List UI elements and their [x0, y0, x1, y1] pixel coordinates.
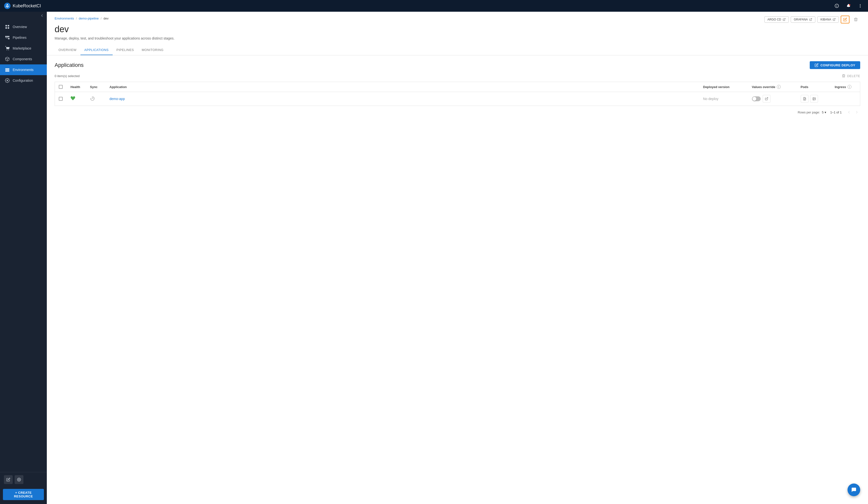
pods-doc-button[interactable] — [801, 95, 808, 103]
svg-rect-27 — [6, 70, 10, 70]
th-application-label: Application — [110, 85, 127, 89]
select-all-checkbox[interactable] — [59, 85, 63, 89]
sidebar-item-environments[interactable]: Environments — [0, 64, 47, 75]
health-icon — [71, 97, 75, 102]
notifications-button[interactable] — [845, 2, 852, 10]
rocket-logo-icon — [4, 2, 11, 9]
configure-deploy-button[interactable]: CONFIGURE DEPLOY — [810, 61, 860, 69]
applications-table: Health Sync Application Deployed version — [55, 82, 860, 106]
th-checkbox — [55, 82, 67, 92]
more-menu-button[interactable] — [856, 2, 864, 10]
sidebar-item-overview[interactable]: Overview — [0, 21, 47, 32]
bell-icon — [846, 4, 851, 8]
settings-button[interactable] — [14, 475, 23, 484]
chat-fab-button[interactable] — [848, 484, 860, 496]
svg-point-4 — [837, 5, 837, 6]
sidebar-item-configuration[interactable]: Configuration — [0, 75, 47, 86]
pagination: Rows per page: 5 ▾ 1–1 of 1 — [55, 106, 860, 119]
edit-tool-button[interactable] — [4, 475, 13, 484]
svg-point-8 — [860, 7, 861, 8]
breadcrumb-sep-2: / — [101, 17, 102, 20]
sidebar-item-components[interactable]: Components — [0, 54, 47, 64]
app-logo: KubeRocketCI — [4, 2, 833, 9]
th-health: Health — [66, 82, 86, 92]
deployed-version-value: No deploy — [703, 97, 719, 101]
page-info: 1–1 of 1 — [830, 111, 842, 114]
breadcrumb: Environments / demo-pipeline / dev ARGO … — [55, 17, 860, 20]
grafana-button[interactable]: GRAFANA — [791, 16, 815, 23]
svg-rect-9 — [6, 25, 7, 27]
tab-monitoring[interactable]: MONITORING — [138, 45, 167, 55]
row-ingress-cell — [831, 92, 860, 106]
breadcrumb-environments-link[interactable]: Environments — [55, 17, 74, 20]
sidebar-collapse-button[interactable] — [0, 12, 47, 20]
row-application-cell: demo-app — [106, 92, 699, 106]
breadcrumb-sep-1: / — [76, 17, 77, 20]
delete-selected-button[interactable]: DELETE — [842, 74, 860, 78]
th-application: Application — [106, 82, 699, 92]
page-prev-button[interactable] — [846, 109, 852, 115]
tabs: OVERVIEW APPLICATIONS PIPELINES MONITORI… — [55, 45, 860, 55]
info-button[interactable] — [833, 2, 841, 10]
tab-pipelines[interactable]: PIPELINES — [113, 45, 138, 55]
row-checkbox-cell — [55, 92, 67, 106]
svg-line-34 — [810, 19, 812, 20]
external-link-icon-2 — [809, 18, 812, 21]
svg-rect-28 — [6, 71, 10, 71]
svg-point-36 — [91, 97, 94, 100]
breadcrumb-current: dev — [103, 17, 108, 20]
heart-icon — [71, 96, 75, 101]
svg-line-24 — [6, 58, 8, 59]
kibana-button[interactable]: KIBANA — [817, 16, 839, 23]
edit-environment-button[interactable] — [841, 16, 849, 23]
tab-overview[interactable]: OVERVIEW — [55, 45, 81, 55]
pods-image-button[interactable] — [810, 95, 818, 103]
application-link[interactable]: demo-app — [110, 97, 125, 101]
row-values-cell — [748, 92, 797, 106]
kibana-label: KIBANA — [820, 18, 831, 21]
navbar: KubeRocketCI — [0, 0, 868, 12]
rows-per-page: Rows per page: 5 ▾ — [798, 111, 826, 114]
breadcrumb-pipeline-link[interactable]: demo-pipeline — [79, 17, 99, 20]
row-pods-cell — [797, 92, 831, 106]
info-icon — [835, 4, 839, 8]
th-deployed-version: Deployed version — [699, 82, 748, 92]
create-resource-button[interactable]: + CREATE RESOURCE — [3, 489, 44, 500]
svg-rect-11 — [6, 27, 7, 29]
sidebar-item-marketplace[interactable]: Marketplace — [0, 43, 47, 54]
delete-environment-button[interactable] — [851, 16, 860, 23]
rows-per-page-select[interactable]: 5 ▾ — [822, 111, 826, 114]
chevron-left-page-icon — [847, 110, 851, 114]
values-override-info-icon[interactable]: i — [777, 85, 781, 89]
argo-cd-label: ARGO CD — [767, 18, 781, 21]
chevron-left-icon — [40, 14, 44, 18]
main-content: Environments / demo-pipeline / dev ARGO … — [47, 12, 868, 504]
values-override-edit-button[interactable] — [763, 95, 771, 103]
ingress-info-icon[interactable]: i — [848, 85, 851, 89]
pencil-configure-icon — [815, 63, 818, 67]
cart-icon — [5, 46, 10, 51]
row-health-cell — [66, 92, 86, 106]
th-health-label: Health — [71, 85, 80, 89]
table-row: demo-app No deploy — [55, 92, 860, 106]
svg-rect-20 — [8, 38, 10, 39]
svg-point-7 — [860, 6, 861, 6]
tab-applications[interactable]: APPLICATIONS — [81, 45, 113, 55]
row-checkbox[interactable] — [59, 97, 63, 101]
th-pods: Pods — [797, 82, 831, 92]
gear-icon — [17, 478, 21, 482]
page-next-button[interactable] — [854, 109, 860, 115]
argo-cd-button[interactable]: ARGO CD — [764, 16, 789, 23]
refresh-icon — [90, 96, 95, 101]
file-text-icon — [803, 97, 806, 101]
row-sync-cell — [86, 92, 106, 106]
th-deployed-version-label: Deployed version — [703, 85, 730, 89]
create-resource-wrapper: + CREATE RESOURCE — [0, 487, 47, 504]
page-title: dev — [55, 24, 860, 34]
th-ingress: Ingress i — [831, 82, 860, 92]
svg-point-30 — [6, 70, 6, 70]
sidebar-item-pipelines[interactable]: Pipelines — [0, 32, 47, 43]
row-version-cell: No deploy — [699, 92, 748, 106]
config-icon — [5, 78, 10, 83]
values-override-toggle[interactable] — [752, 97, 761, 101]
